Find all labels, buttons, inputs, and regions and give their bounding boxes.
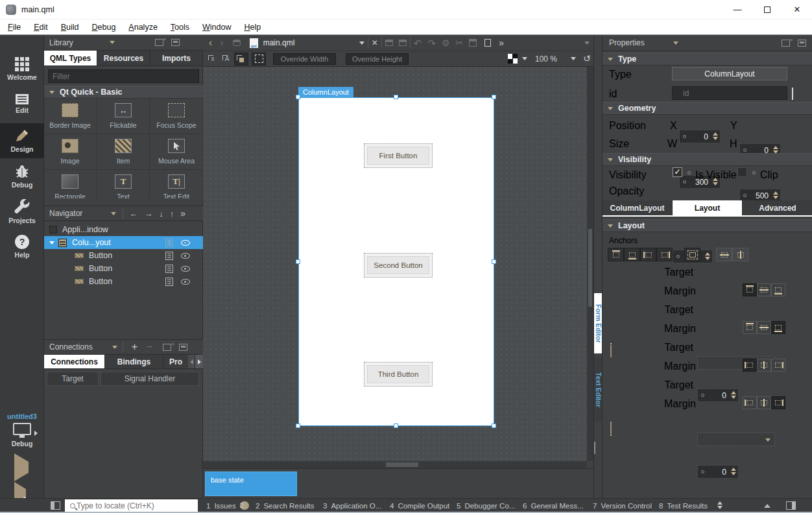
edge-right-button[interactable] (771, 396, 785, 409)
navigator-dropdown-icon[interactable] (111, 212, 116, 215)
collapse-panel-icon[interactable] (179, 344, 187, 351)
tab-layout[interactable]: Layout (673, 200, 743, 215)
canvas-hscrollbar[interactable] (203, 461, 587, 468)
document-dropdown-icon[interactable] (359, 42, 364, 45)
canvas-vscrollbar[interactable] (587, 67, 593, 461)
form-editor-canvas[interactable]: ColumnLayout First Button Second Button … (203, 67, 587, 461)
mode-welcome[interactable]: Welcome (0, 53, 44, 84)
anchor-bottom-margin-spinner[interactable]: 0 (697, 465, 739, 479)
canvas-color-dropdown-icon[interactable] (522, 57, 527, 60)
library-dropdown-icon[interactable] (110, 41, 115, 44)
edge-right-button[interactable] (771, 359, 785, 372)
library-item-text[interactable]: T Text (97, 170, 150, 198)
output-pane-search-results[interactable]: 2Search Results (256, 499, 314, 512)
move-up-icon[interactable]: ↑ (170, 209, 174, 218)
forward-icon[interactable]: › (220, 38, 223, 48)
edge-left-button[interactable] (743, 359, 757, 372)
output-pane-general-messages[interactable]: 6General Mess... (523, 499, 584, 512)
anchor-top-margin-spinner[interactable]: 0 (697, 388, 739, 402)
library-item-item[interactable]: Item (97, 134, 150, 170)
output-pane-version-control[interactable]: 7Version Control (593, 499, 652, 512)
maximize-button[interactable] (752, 0, 782, 19)
properties-dropdown-icon[interactable] (673, 42, 678, 45)
export-state-icon[interactable] (165, 252, 173, 260)
library-filter-input[interactable] (48, 69, 199, 83)
tab-scroll-right-icon[interactable] (195, 355, 203, 368)
selection-handle[interactable] (492, 424, 496, 428)
expand-output-pane-icon[interactable] (764, 504, 770, 508)
first-button[interactable]: First Button (367, 147, 429, 165)
mode-debug[interactable]: Debug (0, 161, 44, 192)
menu-help[interactable]: Help (238, 21, 268, 34)
type-value-field[interactable]: ColumnLayout (672, 67, 787, 80)
edge-left-button[interactable] (743, 396, 757, 409)
expand-triangle-icon[interactable] (49, 241, 54, 245)
selection-handle[interactable] (296, 95, 300, 99)
tab-connections[interactable]: Connections (44, 355, 105, 368)
navigator-row-button-3[interactable]: Button (44, 275, 203, 288)
anchor-hcenter-button[interactable] (716, 248, 732, 261)
minimize-button[interactable]: — (722, 0, 752, 19)
export-state-icon[interactable] (165, 239, 173, 247)
anchor-bottom-target-dropdown[interactable] (697, 433, 775, 446)
tab-qml-types[interactable]: QML Types (44, 51, 97, 66)
toggle-left-sidebar-icon[interactable] (51, 501, 60, 510)
edge-hcenter-button[interactable] (757, 283, 771, 296)
visibility-section-header[interactable]: Visibility (603, 153, 812, 166)
library-item-text-edit[interactable]: T| Text Edit (150, 170, 203, 198)
connections-dropdown-icon[interactable] (112, 346, 117, 349)
selection-handle[interactable] (492, 95, 496, 99)
geometry-section-header[interactable]: Geometry (603, 102, 812, 115)
strip-collapse-icon[interactable] (594, 442, 595, 454)
library-item-mouse-area[interactable]: Mouse Area (150, 134, 203, 170)
hscrollbar-handle[interactable] (386, 462, 418, 467)
edge-bottom-button[interactable] (771, 283, 785, 296)
visibility-eye-icon[interactable] (181, 240, 190, 246)
editor-menu-icon[interactable] (584, 42, 590, 45)
menu-window[interactable]: Window (196, 21, 237, 34)
vscrollbar-handle[interactable] (588, 229, 592, 307)
output-pane-issues[interactable]: 1 Issues 2 (206, 499, 249, 512)
back-icon[interactable]: ‹ (209, 38, 212, 48)
edge-vcenter-button[interactable] (757, 396, 771, 409)
tab-resources[interactable]: Resources (97, 51, 150, 66)
snapping-icon[interactable] (252, 53, 266, 66)
split-panel-icon[interactable] (155, 39, 163, 46)
pin-icon[interactable] (233, 40, 241, 46)
open-document-name[interactable]: main.qml (263, 38, 354, 47)
navigator-row-applicationwindow[interactable]: Appli...indow (44, 223, 203, 236)
navigator-row-columnlayout[interactable]: Colu...yout (44, 236, 203, 249)
anchor-left-button[interactable] (640, 248, 656, 261)
anchor-right-button[interactable] (656, 248, 673, 261)
reset-zoom-icon[interactable]: ↺ (583, 54, 591, 63)
settings-gear-icon[interactable]: ⚙ (442, 38, 450, 47)
spinner-arrows[interactable] (773, 191, 778, 199)
library-section-header[interactable]: Qt Quick - Basic (44, 86, 203, 99)
mode-projects[interactable]: Projects (0, 196, 44, 227)
mode-edit[interactable]: Edit (0, 88, 44, 119)
tab-advanced[interactable]: Advanced (743, 200, 812, 215)
output-pane-application-output[interactable]: 3Application O... (323, 499, 381, 512)
move-right-icon[interactable]: → (144, 209, 152, 218)
pane-cycle-icon[interactable] (717, 501, 722, 509)
menu-debug[interactable]: Debug (86, 21, 123, 34)
tab-imports[interactable]: Imports (150, 51, 203, 66)
copy-icon[interactable] (484, 39, 491, 47)
output-pane-compile-output[interactable]: 4Compile Output (390, 499, 449, 512)
zoom-dropdown-icon[interactable] (571, 57, 576, 60)
navigator-row-button-1[interactable]: Button (44, 249, 203, 262)
override-width-field[interactable]: Override Width (273, 53, 336, 65)
menu-analyze[interactable]: Analyze (122, 21, 163, 34)
visibility-eye-icon[interactable] (181, 266, 190, 272)
run-button[interactable] (14, 462, 29, 473)
type-section-header[interactable]: Type (603, 53, 812, 66)
x-spinner[interactable]: 0 (679, 130, 721, 143)
remove-connection-icon[interactable]: − (147, 342, 152, 352)
tab-scroll-left-icon[interactable] (188, 355, 195, 368)
zoom-level[interactable]: 100 % (535, 54, 557, 64)
columnlayout-form[interactable]: First Button Second Button Third Button (298, 97, 494, 426)
move-left-icon[interactable]: ← (129, 209, 137, 218)
spinner-arrows[interactable] (713, 132, 718, 140)
undo-icon[interactable]: ↶ (414, 38, 422, 48)
move-down-icon[interactable]: ↓ (159, 209, 163, 218)
